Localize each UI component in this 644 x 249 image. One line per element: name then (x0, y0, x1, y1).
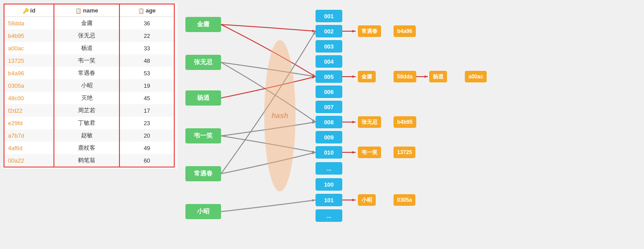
col-header-age: 📋age (119, 4, 174, 17)
cell-name: 常遇春 (54, 67, 119, 79)
bucket-box-11: 100 (316, 178, 342, 191)
svg-marker-17 (352, 151, 356, 153)
result-box-1-3: a00ac (465, 71, 487, 82)
cell-name: 鹤笔翁 (54, 154, 119, 167)
result-box-0-0: 常遇春 (358, 25, 381, 37)
input-box-2: 杨逍 (185, 90, 221, 106)
result-box-1-1: 58dda (394, 71, 416, 82)
cell-age: 19 (119, 79, 174, 92)
table-row: b4b95 张无忌 22 (4, 29, 174, 42)
cell-id: 00a22 (4, 154, 54, 167)
table-row: a00ac 杨道 33 (4, 42, 174, 54)
input-box-5: 小昭 (185, 204, 221, 219)
cell-name: 张无忌 (54, 29, 119, 42)
table-row: b4a96 常遇春 53 (4, 67, 174, 79)
input-box-3: 韦一笑 (185, 128, 221, 143)
result-box-2-1: b4b95 (394, 116, 416, 128)
result-box-1-2: 杨逍 (429, 71, 447, 82)
cell-id: b4b95 (4, 29, 54, 42)
cell-age: 49 (119, 142, 174, 154)
cell-age: 36 (119, 17, 174, 30)
table-row: 4af6d 鹿杖客 49 (4, 142, 174, 154)
input-box-1: 张无忌 (185, 55, 221, 70)
svg-marker-4 (312, 76, 316, 78)
table-section: 🔑id 📋name 📋age 58dda 金庸 36 b4b95 张无忌 22 (4, 4, 177, 169)
col-header-id: 🔑id (4, 4, 54, 17)
result-box-4-1: 0305a (394, 194, 415, 206)
cell-name: 金庸 (54, 17, 119, 30)
cell-id: 58dda (4, 17, 54, 30)
svg-marker-15 (352, 121, 356, 123)
bucket-box-8: 009 (316, 131, 342, 143)
cell-age: 22 (119, 29, 174, 42)
col-header-name: 📋name (54, 4, 119, 17)
table-row: a7b7d 赵敏 20 (4, 129, 174, 142)
table-row: 58dda 金庸 36 (4, 17, 174, 30)
cell-name: 杨道 (54, 42, 119, 54)
cell-age: 53 (119, 67, 174, 79)
input-box-4: 常遇春 (185, 166, 221, 181)
result-box-2-0: 张无忌 (358, 116, 381, 128)
bucket-box-1: 002 (316, 25, 342, 37)
cell-name: 鹿杖客 (54, 142, 119, 154)
result-box-3-1: 13725 (394, 147, 415, 158)
bucket-box-12: 101 (316, 194, 342, 206)
table-wrapper: 🔑id 📋name 📋age 58dda 金庸 36 b4b95 张无忌 22 (4, 4, 175, 167)
table-row: f2d22 周芷若 17 (4, 104, 174, 117)
svg-marker-21 (424, 75, 428, 78)
cell-name: 小昭 (54, 79, 119, 92)
cell-id: 48c00 (4, 92, 54, 104)
cell-id: a7b7d (4, 129, 54, 142)
cell-id: a00ac (4, 42, 54, 54)
bucket-box-10: ... (316, 162, 342, 175)
cell-id: 4af6d (4, 142, 54, 154)
cell-age: 23 (119, 117, 174, 129)
cell-id: 13725 (4, 54, 54, 67)
bucket-box-6: 007 (316, 101, 342, 113)
result-box-0-1: b4a96 (394, 25, 416, 37)
hash-ellipse: hash (264, 40, 295, 192)
cell-name: 丁敏君 (54, 117, 119, 129)
result-box-3-0: 韦一笑 (358, 147, 381, 158)
key-icon: 🔑 (23, 8, 29, 14)
table-row: e29fd 丁敏君 23 (4, 117, 174, 129)
diagram-section: hash 金庸张无忌杨逍韦一笑常遇春小昭 0010020030040050060… (177, 0, 644, 249)
cell-name: 灭绝 (54, 92, 119, 104)
hash-label: hash (271, 112, 288, 120)
table-row: 0305a 小昭 19 (4, 79, 174, 92)
cell-id: e29fd (4, 117, 54, 129)
bucket-box-5: 006 (316, 86, 342, 98)
data-table: 🔑id 📋name 📋age 58dda 金庸 36 b4b95 张无忌 22 (4, 4, 174, 167)
input-box-0: 金庸 (185, 17, 221, 32)
bucket-box-3: 004 (316, 55, 342, 68)
table-row: 13725 韦一笑 48 (4, 54, 174, 67)
svg-marker-19 (352, 199, 356, 201)
cell-name: 赵敏 (54, 129, 119, 142)
cell-age: 33 (119, 42, 174, 54)
svg-marker-8 (312, 152, 316, 154)
bucket-box-2: 003 (316, 40, 342, 53)
table-row: 00a22 鹤笔翁 60 (4, 154, 174, 167)
cell-id: b4a96 (4, 67, 54, 79)
cell-age: 60 (119, 154, 174, 167)
table-icon-age: 📋 (138, 8, 144, 14)
svg-marker-11 (352, 30, 356, 32)
table-row: 48c00 灭绝 45 (4, 92, 174, 104)
cell-age: 20 (119, 129, 174, 142)
svg-marker-13 (352, 75, 356, 78)
table-icon-name: 📋 (75, 8, 82, 14)
cell-name: 周芷若 (54, 104, 119, 117)
cell-age: 17 (119, 104, 174, 117)
cell-id: 0305a (4, 79, 54, 92)
bucket-box-9: 010 (316, 146, 342, 159)
result-box-4-0: 小昭 (358, 194, 376, 206)
bucket-box-4: 005 (316, 70, 342, 83)
result-box-1-0: 金庸 (358, 71, 376, 82)
cell-id: f2d22 (4, 104, 54, 117)
bucket-box-0: 001 (316, 10, 342, 22)
cell-name: 韦一笑 (54, 54, 119, 67)
cell-age: 45 (119, 92, 174, 104)
bucket-box-7: 008 (316, 116, 342, 128)
bucket-box-13: ... (316, 209, 342, 222)
cell-age: 48 (119, 54, 174, 67)
